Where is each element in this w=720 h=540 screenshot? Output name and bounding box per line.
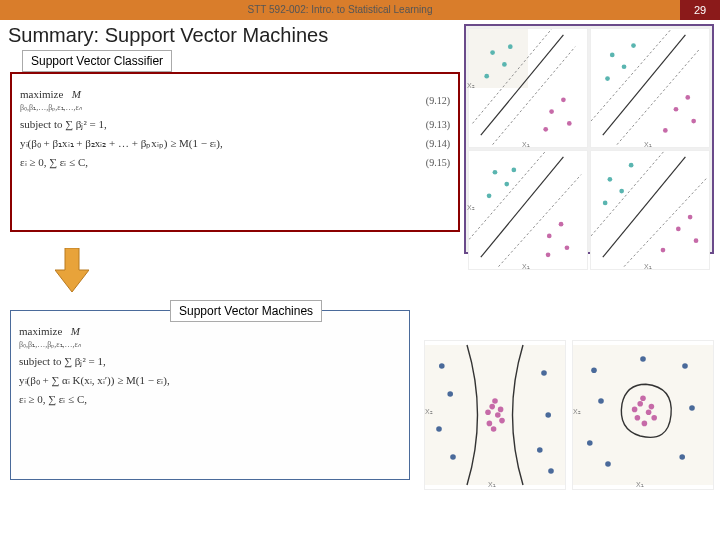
- svg-point-38: [608, 177, 613, 182]
- svc-plot-tl: X₁X₂: [468, 28, 588, 148]
- svg-point-47: [439, 363, 445, 369]
- svg-point-71: [640, 356, 646, 362]
- svg-rect-1: [469, 29, 528, 88]
- svg-point-66: [587, 440, 593, 446]
- svg-point-28: [504, 182, 509, 187]
- svg-point-6: [502, 62, 507, 67]
- svg-point-68: [682, 363, 688, 369]
- svg-point-57: [487, 421, 493, 427]
- svg-point-76: [640, 395, 646, 401]
- svg-line-14: [591, 29, 671, 121]
- svg-point-43: [688, 215, 693, 220]
- svg-point-51: [541, 370, 547, 376]
- down-arrow-icon: [55, 248, 89, 292]
- svg-line-36: [591, 151, 664, 236]
- svg-point-69: [689, 405, 695, 411]
- svc-label-box: Support Vector Classifier: [22, 50, 172, 72]
- svg-point-9: [549, 109, 554, 114]
- svg-point-64: [591, 367, 597, 373]
- svg-point-55: [489, 404, 495, 410]
- svg-point-61: [499, 418, 505, 424]
- svg-line-13: [603, 35, 686, 135]
- svg-point-12: [567, 121, 572, 126]
- svg-point-21: [685, 95, 690, 100]
- svc-plot-tr: X₁: [590, 28, 710, 148]
- svg-point-40: [603, 201, 608, 206]
- svg-point-67: [605, 461, 611, 467]
- header-bar: STT 592-002: Intro. to Statistical Learn…: [0, 0, 720, 20]
- svg-point-44: [661, 248, 666, 253]
- svg-point-53: [537, 447, 543, 453]
- svg-point-39: [619, 189, 624, 194]
- svc-plot-grid: X₁X₂ X₁ X₁X₂ X₁: [464, 24, 714, 254]
- svg-point-48: [447, 391, 453, 397]
- svg-point-79: [642, 421, 648, 427]
- svg-point-49: [436, 426, 442, 432]
- svc-math-block: maximize Mβ₀,β₁,…,βₚ,ε₁,…,εₙ(9.12) subje…: [10, 72, 460, 232]
- svg-point-30: [511, 168, 516, 173]
- svg-point-50: [450, 454, 456, 460]
- svg-point-19: [631, 43, 636, 48]
- svc-plot-br: X₁: [590, 150, 710, 270]
- svm-math-block: maximize Mβ₀,β₁,…,βₚ,ε₁,…,εₙ subject to …: [10, 310, 410, 480]
- svg-point-42: [676, 227, 681, 232]
- svg-point-60: [485, 409, 491, 415]
- svg-point-22: [663, 128, 668, 133]
- svg-point-58: [498, 407, 504, 413]
- svg-point-54: [548, 468, 554, 474]
- svg-point-73: [646, 409, 652, 415]
- svg-rect-63: [573, 345, 713, 485]
- svg-point-34: [565, 245, 570, 250]
- svg-marker-0: [55, 248, 89, 292]
- svg-point-72: [637, 401, 643, 407]
- svg-point-27: [493, 170, 498, 175]
- svg-point-62: [491, 426, 497, 432]
- svg-point-59: [492, 398, 498, 404]
- svg-point-32: [559, 222, 564, 227]
- svg-point-33: [546, 252, 551, 257]
- svg-point-70: [679, 454, 685, 460]
- svm-plot-radial: X₁X₂: [572, 340, 714, 490]
- svm-label-box: Support Vector Machines: [170, 300, 322, 322]
- svg-point-41: [629, 163, 634, 168]
- svg-point-65: [598, 398, 604, 404]
- svc-plot-bl: X₁X₂: [468, 150, 588, 270]
- svm-plot-poly: X₁X₂: [424, 340, 566, 490]
- svg-line-37: [624, 178, 707, 267]
- svg-point-7: [484, 74, 489, 79]
- svg-point-16: [610, 53, 615, 58]
- page-number: 29: [680, 0, 720, 20]
- svg-point-17: [622, 64, 627, 69]
- svg-point-10: [561, 97, 566, 102]
- svg-point-20: [674, 107, 679, 112]
- svg-point-23: [691, 119, 696, 124]
- svg-point-75: [649, 404, 655, 410]
- svg-point-31: [547, 234, 552, 239]
- svg-line-35: [603, 157, 686, 257]
- svg-point-56: [495, 412, 501, 418]
- svg-point-5: [490, 50, 495, 55]
- svg-point-74: [635, 415, 641, 421]
- svg-point-11: [543, 127, 548, 132]
- svg-point-8: [508, 44, 513, 49]
- svm-plot-row: X₁X₂ X₁X₂: [424, 340, 714, 490]
- svg-point-77: [632, 407, 638, 413]
- svg-point-29: [487, 193, 492, 198]
- svg-point-78: [651, 415, 657, 421]
- svg-point-52: [545, 412, 551, 418]
- svg-point-45: [694, 238, 699, 243]
- svg-point-18: [605, 76, 610, 81]
- course-title: STT 592-002: Intro. to Statistical Learn…: [0, 0, 680, 20]
